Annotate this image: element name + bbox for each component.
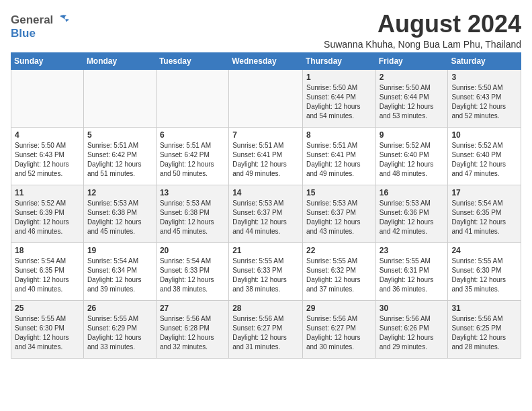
calendar-cell: 14Sunrise: 5:53 AM Sunset: 6:37 PM Dayli… [229, 185, 303, 242]
day-number: 26 [87, 304, 152, 313]
day-number: 28 [232, 304, 299, 313]
day-info: Sunrise: 5:54 AM Sunset: 6:33 PM Dayligh… [160, 257, 225, 294]
day-number: 30 [380, 304, 445, 313]
calendar-week-row: 1Sunrise: 5:50 AM Sunset: 6:44 PM Daylig… [11, 69, 521, 127]
calendar-cell: 31Sunrise: 5:56 AM Sunset: 6:25 PM Dayli… [448, 300, 521, 358]
calendar-cell: 10Sunrise: 5:52 AM Sunset: 6:40 PM Dayli… [448, 127, 521, 185]
logo-blue-text: Blue [11, 27, 36, 40]
day-info: Sunrise: 5:54 AM Sunset: 6:34 PM Dayligh… [87, 257, 152, 294]
day-number: 6 [160, 130, 225, 140]
day-info: Sunrise: 5:53 AM Sunset: 6:36 PM Dayligh… [380, 199, 445, 236]
calendar-cell: 5Sunrise: 5:51 AM Sunset: 6:42 PM Daylig… [83, 127, 156, 185]
calendar-header-wednesday: Wednesday [229, 52, 303, 69]
title-area: August 2024 Suwanna Khuha, Nong Bua Lam … [69, 11, 521, 50]
day-info: Sunrise: 5:53 AM Sunset: 6:37 PM Dayligh… [232, 199, 299, 236]
day-info: Sunrise: 5:55 AM Sunset: 6:32 PM Dayligh… [306, 257, 372, 294]
calendar-cell: 29Sunrise: 5:56 AM Sunset: 6:27 PM Dayli… [302, 300, 375, 358]
calendar-cell: 24Sunrise: 5:55 AM Sunset: 6:30 PM Dayli… [448, 242, 521, 300]
calendar-cell: 30Sunrise: 5:56 AM Sunset: 6:26 PM Dayli… [375, 300, 448, 358]
calendar-table: SundayMondayTuesdayWednesdayThursdayFrid… [11, 52, 521, 359]
logo-general-text: General [11, 13, 53, 27]
logo: General Blue [11, 11, 69, 40]
calendar-header-row: SundayMondayTuesdayWednesdayThursdayFrid… [11, 52, 521, 69]
calendar-cell: 23Sunrise: 5:55 AM Sunset: 6:31 PM Dayli… [375, 242, 448, 300]
day-info: Sunrise: 5:56 AM Sunset: 6:28 PM Dayligh… [160, 314, 225, 352]
day-info: Sunrise: 5:50 AM Sunset: 6:44 PM Dayligh… [380, 83, 445, 121]
day-info: Sunrise: 5:51 AM Sunset: 6:41 PM Dayligh… [232, 141, 299, 179]
calendar-cell: 6Sunrise: 5:51 AM Sunset: 6:42 PM Daylig… [156, 127, 228, 185]
day-info: Sunrise: 5:54 AM Sunset: 6:35 PM Dayligh… [451, 199, 517, 236]
day-info: Sunrise: 5:56 AM Sunset: 6:25 PM Dayligh… [451, 314, 517, 352]
day-number: 3 [451, 73, 517, 82]
day-number: 9 [380, 130, 445, 140]
day-number: 19 [87, 246, 152, 255]
calendar-cell: 21Sunrise: 5:55 AM Sunset: 6:33 PM Dayli… [229, 242, 303, 300]
calendar-cell: 9Sunrise: 5:52 AM Sunset: 6:40 PM Daylig… [375, 127, 448, 185]
day-info: Sunrise: 5:52 AM Sunset: 6:40 PM Dayligh… [451, 141, 517, 179]
day-number: 17 [451, 188, 517, 197]
day-number: 14 [232, 188, 299, 197]
day-info: Sunrise: 5:55 AM Sunset: 6:33 PM Dayligh… [232, 257, 299, 294]
calendar-header-thursday: Thursday [302, 52, 375, 69]
day-number: 22 [306, 246, 372, 255]
calendar-week-row: 11Sunrise: 5:52 AM Sunset: 6:39 PM Dayli… [11, 185, 521, 242]
calendar-cell: 7Sunrise: 5:51 AM Sunset: 6:41 PM Daylig… [229, 127, 303, 185]
day-number: 5 [87, 130, 152, 140]
day-info: Sunrise: 5:55 AM Sunset: 6:31 PM Dayligh… [380, 257, 445, 294]
day-number: 29 [306, 304, 372, 313]
day-info: Sunrise: 5:56 AM Sunset: 6:27 PM Dayligh… [232, 314, 299, 352]
day-number: 16 [380, 188, 445, 197]
day-number: 12 [87, 188, 152, 197]
calendar-cell: 18Sunrise: 5:54 AM Sunset: 6:35 PM Dayli… [11, 242, 84, 300]
calendar-cell: 8Sunrise: 5:51 AM Sunset: 6:41 PM Daylig… [302, 127, 375, 185]
calendar-cell: 11Sunrise: 5:52 AM Sunset: 6:39 PM Dayli… [11, 185, 84, 242]
calendar-cell [229, 69, 303, 127]
day-info: Sunrise: 5:55 AM Sunset: 6:30 PM Dayligh… [451, 257, 517, 294]
day-number: 21 [232, 246, 299, 255]
day-info: Sunrise: 5:55 AM Sunset: 6:30 PM Dayligh… [15, 314, 80, 352]
day-info: Sunrise: 5:55 AM Sunset: 6:29 PM Dayligh… [87, 314, 152, 352]
calendar-cell: 1Sunrise: 5:50 AM Sunset: 6:44 PM Daylig… [302, 69, 375, 127]
day-number: 1 [306, 73, 372, 82]
calendar-cell: 25Sunrise: 5:55 AM Sunset: 6:30 PM Dayli… [11, 300, 84, 358]
day-info: Sunrise: 5:53 AM Sunset: 6:38 PM Dayligh… [160, 199, 225, 236]
location-title: Suwanna Khuha, Nong Bua Lam Phu, Thailan… [83, 39, 521, 50]
calendar-week-row: 4Sunrise: 5:50 AM Sunset: 6:43 PM Daylig… [11, 127, 521, 185]
calendar-cell: 17Sunrise: 5:54 AM Sunset: 6:35 PM Dayli… [448, 185, 521, 242]
calendar-cell: 2Sunrise: 5:50 AM Sunset: 6:44 PM Daylig… [375, 69, 448, 127]
page-header: General Blue August 2024 Suwanna Khuha, … [11, 11, 521, 50]
day-info: Sunrise: 5:56 AM Sunset: 6:26 PM Dayligh… [380, 314, 445, 352]
day-info: Sunrise: 5:51 AM Sunset: 6:41 PM Dayligh… [306, 141, 372, 179]
day-info: Sunrise: 5:52 AM Sunset: 6:39 PM Dayligh… [15, 199, 80, 236]
calendar-week-row: 18Sunrise: 5:54 AM Sunset: 6:35 PM Dayli… [11, 242, 521, 300]
calendar-cell: 15Sunrise: 5:53 AM Sunset: 6:37 PM Dayli… [302, 185, 375, 242]
day-number: 7 [232, 130, 299, 140]
calendar-cell [11, 69, 84, 127]
month-title: August 2024 [83, 11, 521, 38]
day-info: Sunrise: 5:50 AM Sunset: 6:43 PM Dayligh… [15, 141, 80, 179]
calendar-header-friday: Friday [375, 52, 448, 69]
calendar-cell [156, 69, 228, 127]
day-number: 27 [160, 304, 225, 313]
day-number: 11 [15, 188, 80, 197]
day-info: Sunrise: 5:54 AM Sunset: 6:35 PM Dayligh… [15, 257, 80, 294]
day-info: Sunrise: 5:50 AM Sunset: 6:44 PM Dayligh… [306, 83, 372, 121]
day-number: 24 [451, 246, 517, 255]
day-number: 20 [160, 246, 225, 255]
calendar-cell: 20Sunrise: 5:54 AM Sunset: 6:33 PM Dayli… [156, 242, 228, 300]
day-number: 8 [306, 130, 372, 140]
day-info: Sunrise: 5:52 AM Sunset: 6:40 PM Dayligh… [380, 141, 445, 179]
day-number: 23 [380, 246, 445, 255]
calendar-cell: 28Sunrise: 5:56 AM Sunset: 6:27 PM Dayli… [229, 300, 303, 358]
calendar-cell: 22Sunrise: 5:55 AM Sunset: 6:32 PM Dayli… [302, 242, 375, 300]
day-info: Sunrise: 5:53 AM Sunset: 6:38 PM Dayligh… [87, 199, 152, 236]
calendar-header-saturday: Saturday [448, 52, 521, 69]
calendar-header-monday: Monday [83, 52, 156, 69]
day-number: 13 [160, 188, 225, 197]
day-number: 2 [380, 73, 445, 82]
day-number: 10 [451, 130, 517, 140]
calendar-header-tuesday: Tuesday [156, 52, 228, 69]
day-number: 18 [15, 246, 80, 255]
calendar-cell: 27Sunrise: 5:56 AM Sunset: 6:28 PM Dayli… [156, 300, 228, 358]
calendar-cell: 3Sunrise: 5:50 AM Sunset: 6:43 PM Daylig… [448, 69, 521, 127]
